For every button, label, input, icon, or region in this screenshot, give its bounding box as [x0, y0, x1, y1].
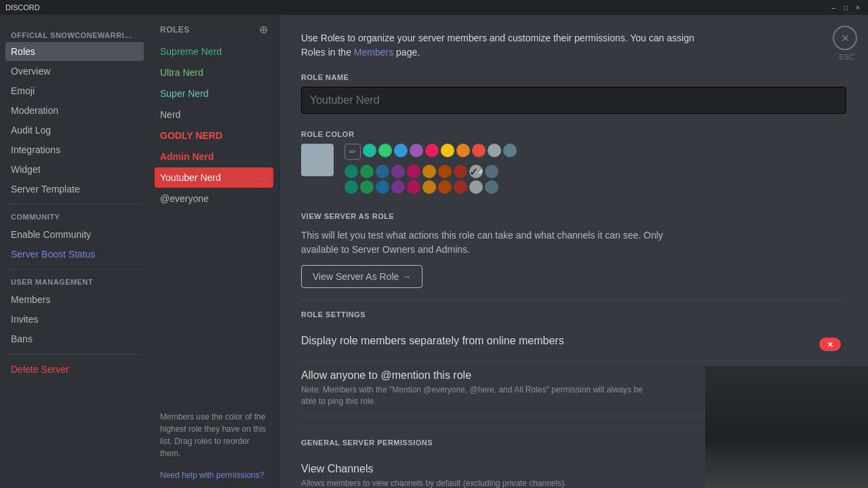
- add-role-icon[interactable]: ⊕: [259, 23, 268, 36]
- color-swatch[interactable]: [456, 144, 470, 157]
- color-swatch[interactable]: [391, 165, 405, 178]
- color-swatch[interactable]: [485, 165, 498, 178]
- members-link[interactable]: Members: [354, 47, 393, 58]
- color-swatch[interactable]: [391, 180, 405, 194]
- color-swatch[interactable]: [344, 180, 358, 194]
- content-area: ✕ ESC Use Roles to organize your server …: [279, 15, 868, 488]
- color-swatch[interactable]: [407, 165, 420, 178]
- view-server-desc: This will let you test what actions this…: [301, 228, 694, 257]
- nav-item-members[interactable]: Members: [5, 290, 144, 309]
- color-swatch[interactable]: [425, 144, 439, 157]
- nav-item-server-boost-status[interactable]: Server Boost Status: [5, 245, 144, 264]
- color-swatch[interactable]: [441, 144, 454, 157]
- role-item-super-nerd[interactable]: Super Nerd: [155, 83, 273, 104]
- camera-feed: [705, 366, 868, 488]
- perm-view-channels-desc: Allows members to view channels by defau…: [301, 478, 654, 488]
- color-preview[interactable]: [301, 144, 334, 176]
- color-swatch[interactable]: [360, 165, 374, 178]
- nav-item-widget[interactable]: Widget: [5, 160, 144, 179]
- user-mgmt-section-header: USER MANAGEMENT: [5, 275, 144, 289]
- role-item-supreme-nerd[interactable]: Supreme Nerd: [155, 41, 273, 62]
- toggle-display-separately-title: Display role members separately from onl…: [301, 335, 808, 347]
- color-swatch[interactable]: [438, 165, 452, 178]
- color-swatch[interactable]: [485, 180, 498, 194]
- nav-item-moderation[interactable]: Moderation: [5, 101, 144, 120]
- role-item-youtuber-nerd[interactable]: Youtuber Nerd ···: [155, 167, 273, 188]
- camera-person: [705, 366, 868, 488]
- toggle-display-separately: Display role members separately from onl…: [301, 327, 846, 361]
- maximize-button[interactable]: □: [841, 3, 850, 12]
- color-swatch[interactable]: [438, 180, 452, 194]
- settings-nav: OFFICIAL SNOWCONEWARRI... Roles Overview…: [0, 15, 149, 488]
- role-color-label: ROLE COLOR: [301, 130, 846, 138]
- minimize-button[interactable]: –: [829, 3, 838, 12]
- color-edit-button[interactable]: ✏: [344, 144, 361, 160]
- close-button[interactable]: ✕: [833, 26, 857, 50]
- divider-1: [301, 299, 846, 300]
- color-swatch[interactable]: [376, 180, 389, 194]
- nav-item-enable-community[interactable]: Enable Community: [5, 225, 144, 244]
- role-item-ultra-nerd[interactable]: Ultra Nerd: [155, 62, 273, 83]
- titlebar: DISCORD – □ ×: [0, 0, 868, 15]
- toggle-allow-mention-desc: Note: Members with the "Mention @everyon…: [301, 384, 654, 407]
- view-server-as-role-title: VIEW SERVER AS ROLE: [301, 212, 846, 220]
- color-swatch[interactable]: [488, 144, 501, 157]
- role-item-admin-nerd[interactable]: Admin Nerd: [155, 146, 273, 167]
- toggle-display-separately-icon: ✕: [819, 338, 841, 351]
- color-swatch[interactable]: [344, 165, 358, 178]
- roles-panel: ROLES ⊕ Supreme Nerd Ultra Nerd Super Ne…: [149, 15, 279, 488]
- color-swatch[interactable]: [454, 165, 467, 178]
- roles-header: ROLES ⊕: [149, 15, 279, 41]
- color-swatch[interactable]: [407, 180, 420, 194]
- server-name: OFFICIAL SNOWCONEWARRI...: [5, 26, 144, 42]
- nav-item-overview[interactable]: Overview: [5, 62, 144, 81]
- role-item-nerd[interactable]: Nerd: [155, 104, 273, 125]
- role-dots[interactable]: ···: [260, 172, 268, 183]
- app-title: DISCORD: [5, 3, 40, 12]
- main-layout: OFFICIAL SNOWCONEWARRI... Roles Overview…: [0, 15, 868, 488]
- nav-item-emoji[interactable]: Emoji: [5, 81, 144, 100]
- color-row-3: [344, 180, 517, 194]
- nav-item-invites[interactable]: Invites: [5, 310, 144, 329]
- color-swatch[interactable]: [378, 144, 392, 157]
- color-swatch[interactable]: [422, 165, 436, 178]
- nav-item-bans[interactable]: Bans: [5, 329, 144, 348]
- role-name-label: ROLE NAME: [301, 73, 846, 81]
- nav-divider-2: [8, 269, 141, 270]
- color-row-2: ✓: [344, 165, 517, 178]
- color-row-1: ✏: [344, 144, 517, 163]
- nav-item-server-template[interactable]: Server Template: [5, 180, 144, 199]
- roles-panel-title: ROLES: [160, 25, 190, 35]
- role-item-everyone[interactable]: @everyone: [155, 188, 273, 209]
- color-swatch[interactable]: [376, 165, 389, 178]
- esc-label: ESC: [839, 53, 854, 61]
- role-name-input[interactable]: [301, 87, 846, 114]
- color-swatch[interactable]: ✓: [469, 165, 483, 178]
- role-item-godly-nerd[interactable]: GODLY NERD: [155, 125, 273, 146]
- role-settings-title: ROLE SETTINGS: [301, 310, 846, 319]
- color-swatch[interactable]: [469, 180, 483, 194]
- color-swatch[interactable]: [363, 144, 376, 157]
- nav-item-delete-server[interactable]: Delete Server: [5, 360, 144, 379]
- intro-text: Use Roles to organize your server member…: [301, 31, 694, 60]
- color-grid: ✏ ✓: [344, 144, 517, 196]
- nav-item-audit-log[interactable]: Audit Log: [5, 121, 144, 140]
- nav-item-integrations[interactable]: Integrations: [5, 140, 144, 159]
- window-controls: – □ ×: [829, 3, 863, 12]
- color-swatch[interactable]: [454, 180, 467, 194]
- color-swatch[interactable]: [360, 180, 374, 194]
- color-swatch[interactable]: [410, 144, 423, 157]
- close-window-button[interactable]: ×: [853, 3, 863, 12]
- color-swatch[interactable]: [422, 180, 436, 194]
- color-swatch[interactable]: [472, 144, 486, 157]
- role-name-section: ROLE NAME: [301, 73, 846, 114]
- nav-item-roles[interactable]: Roles: [5, 42, 144, 61]
- color-swatch[interactable]: [394, 144, 408, 157]
- nav-divider-1: [8, 204, 141, 205]
- toggle-display-separately-switch[interactable]: ✕: [819, 336, 846, 352]
- roles-help-link[interactable]: Need help with permissions?: [149, 468, 279, 488]
- color-swatch[interactable]: [503, 144, 517, 157]
- role-color-section: ROLE COLOR ✏ ✓: [301, 130, 846, 196]
- view-server-as-role-button[interactable]: View Server As Role →: [301, 265, 422, 288]
- community-section-header: COMMUNITY: [5, 210, 144, 224]
